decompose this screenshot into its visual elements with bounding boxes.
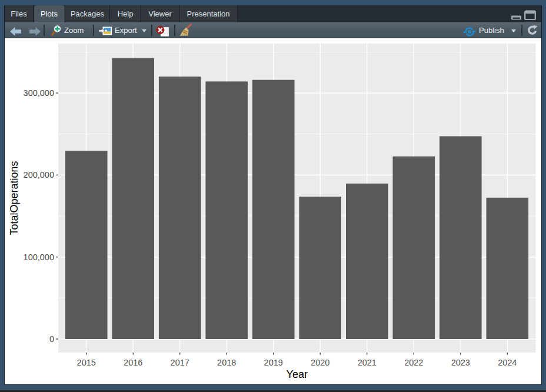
svg-text:0: 0: [49, 334, 54, 344]
svg-text:100,000: 100,000: [24, 253, 54, 262]
svg-text:TotalOperations: TotalOperations: [8, 161, 20, 235]
svg-text:2018: 2018: [217, 358, 236, 367]
svg-text:300,000: 300,000: [24, 88, 54, 98]
svg-text:2017: 2017: [171, 358, 189, 367]
svg-text:2020: 2020: [311, 358, 329, 367]
svg-text:2016: 2016: [124, 358, 142, 367]
svg-text:2019: 2019: [264, 358, 283, 367]
svg-text:2023: 2023: [451, 358, 470, 367]
svg-text:2021: 2021: [358, 358, 377, 367]
svg-text:2022: 2022: [404, 358, 423, 367]
svg-text:200,000: 200,000: [24, 170, 54, 180]
svg-text:2015: 2015: [77, 358, 96, 367]
svg-text:2024: 2024: [498, 358, 517, 367]
svg-text:Year: Year: [287, 368, 308, 380]
